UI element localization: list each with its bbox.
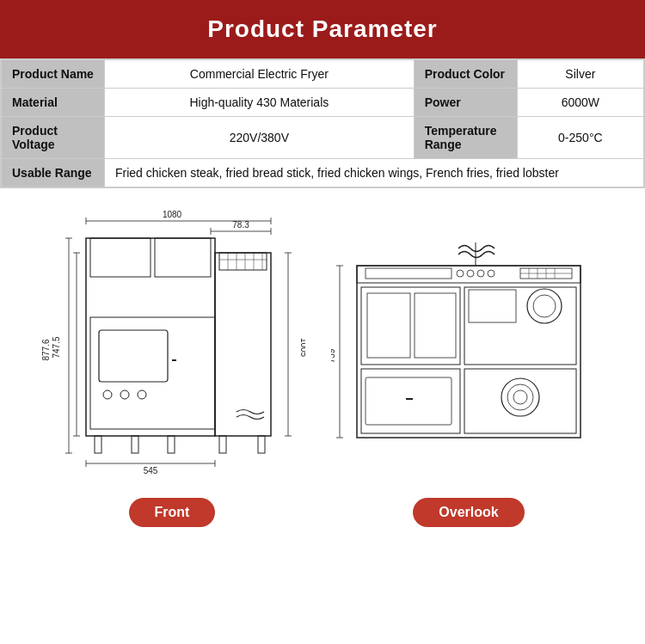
svg-point-22 bbox=[120, 390, 129, 399]
value-material: High-quality 430 Materials bbox=[105, 89, 415, 117]
value-power: 6000W bbox=[517, 89, 643, 117]
svg-text:739: 739 bbox=[331, 348, 336, 363]
label-temp-range: Temperature Range bbox=[414, 117, 517, 159]
label-voltage: Product Voltage bbox=[2, 117, 105, 159]
svg-rect-25 bbox=[95, 436, 101, 453]
page-header: Product Parameter bbox=[0, 0, 645, 58]
svg-text:877.6: 877.6 bbox=[41, 339, 51, 360]
svg-point-51 bbox=[477, 270, 484, 277]
svg-text:1080: 1080 bbox=[163, 210, 182, 219]
svg-point-49 bbox=[457, 270, 464, 277]
value-product-color: Silver bbox=[517, 60, 643, 89]
table-row: Material High-quality 430 Materials Powe… bbox=[2, 89, 644, 117]
svg-point-21 bbox=[103, 390, 112, 399]
overlook-diagram: 739 bbox=[331, 240, 606, 489]
front-button[interactable]: Front bbox=[129, 498, 216, 527]
svg-rect-28 bbox=[219, 436, 226, 453]
table-row: Usable Range Fried chicken steak, fried … bbox=[2, 159, 644, 187]
svg-rect-60 bbox=[361, 287, 460, 365]
svg-rect-64 bbox=[469, 290, 516, 322]
svg-rect-61 bbox=[367, 293, 410, 358]
label-material: Material bbox=[2, 89, 105, 117]
overlook-diagram-container: 739 Overlook bbox=[331, 240, 606, 527]
svg-text:545: 545 bbox=[144, 466, 158, 475]
svg-rect-67 bbox=[361, 369, 460, 433]
table-row: Product Name Commercial Electric Fryer P… bbox=[2, 60, 644, 89]
svg-rect-62 bbox=[415, 293, 456, 358]
label-power: Power bbox=[414, 89, 517, 117]
svg-rect-27 bbox=[168, 436, 175, 453]
table-row: Product Voltage 220V/380V Temperature Ra… bbox=[2, 117, 644, 159]
svg-text:747.5: 747.5 bbox=[52, 336, 61, 358]
svg-rect-69 bbox=[366, 377, 452, 425]
svg-rect-26 bbox=[132, 436, 138, 453]
svg-point-66 bbox=[533, 295, 556, 317]
value-voltage: 220V/380V bbox=[105, 117, 415, 159]
diagrams-section: 1080 78.3 bbox=[0, 188, 645, 536]
svg-rect-11 bbox=[155, 238, 211, 277]
label-product-name: Product Name bbox=[2, 60, 105, 89]
svg-point-52 bbox=[488, 270, 494, 277]
svg-rect-10 bbox=[90, 238, 150, 277]
overlook-button[interactable]: Overlook bbox=[413, 498, 524, 527]
svg-point-23 bbox=[138, 390, 146, 399]
product-table: Product Name Commercial Electric Fryer P… bbox=[0, 58, 645, 188]
value-temp-range: 0-250°C bbox=[517, 117, 643, 159]
svg-point-72 bbox=[507, 384, 533, 410]
label-usable-range: Usable Range bbox=[2, 159, 105, 187]
svg-rect-19 bbox=[90, 317, 215, 429]
front-diagram: 1080 78.3 bbox=[39, 205, 305, 489]
svg-rect-20 bbox=[99, 330, 168, 382]
svg-point-65 bbox=[527, 289, 562, 323]
svg-text:78.3: 78.3 bbox=[232, 220, 249, 230]
svg-text:1005: 1005 bbox=[299, 338, 305, 358]
svg-point-50 bbox=[467, 270, 474, 277]
value-product-name: Commercial Electric Fryer bbox=[105, 60, 415, 89]
svg-rect-29 bbox=[258, 436, 265, 453]
svg-point-73 bbox=[513, 390, 527, 404]
svg-rect-9 bbox=[215, 253, 271, 436]
svg-rect-12 bbox=[219, 253, 267, 270]
label-product-color: Product Color bbox=[414, 60, 517, 89]
page-title: Product Parameter bbox=[0, 15, 645, 43]
value-usable-range: Fried chicken steak, fried bread stick, … bbox=[105, 159, 644, 187]
svg-rect-48 bbox=[366, 268, 452, 279]
front-diagram-container: 1080 78.3 bbox=[39, 205, 305, 527]
